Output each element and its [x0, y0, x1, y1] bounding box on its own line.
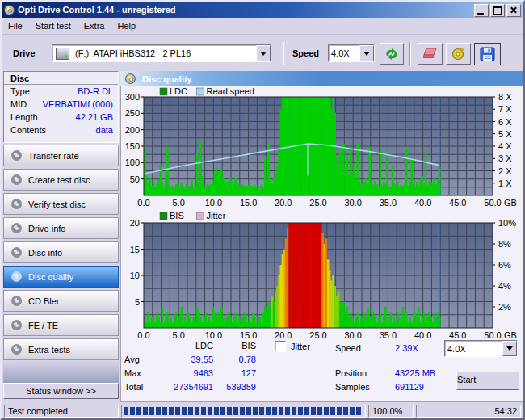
sidebar-item-verify-test-disc[interactable]: Verify test disc [3, 193, 119, 215]
disc-icon [11, 247, 22, 258]
progress-block [124, 407, 128, 415]
disc-icon [11, 150, 22, 161]
svg-text:50.0: 50.0 [484, 330, 501, 339]
progress-block [272, 407, 277, 415]
disc-row-value: VERBATIMf (000) [43, 99, 113, 111]
close-button[interactable] [506, 4, 521, 17]
svg-text:Jitter: Jitter [207, 211, 226, 220]
maximize-button[interactable] [490, 4, 505, 17]
sidebar-item-label: CD Bler [28, 296, 60, 306]
menu-file[interactable]: File [2, 19, 29, 32]
progress-block [182, 407, 187, 415]
eraser-icon [422, 48, 438, 60]
save-floppy-icon [480, 47, 495, 61]
test-speed-dropdown-button[interactable] [502, 341, 517, 356]
progress-block [162, 407, 167, 415]
window-title: Opti Drive Control 1.44 - unregistered [18, 5, 176, 15]
svg-text:6 X: 6 X [498, 117, 512, 127]
progress-block [143, 407, 148, 415]
menu-help[interactable]: Help [111, 19, 142, 32]
write-button[interactable] [446, 43, 471, 65]
title-bar[interactable]: Opti Drive Control 1.44 - unregistered [2, 2, 523, 18]
sidebar-item-disc-info[interactable]: Disc info [3, 242, 119, 263]
sidebar-item-disc-quality[interactable]: Disc quality [3, 266, 119, 288]
drive-label: Drive [13, 48, 36, 58]
svg-text:50.0: 50.0 [484, 198, 501, 208]
svg-text:20: 20 [130, 218, 140, 228]
svg-text:10.0: 10.0 [205, 330, 222, 339]
page-title-bar: Disc quality [120, 71, 523, 86]
disc-row-label: Type [10, 86, 30, 98]
svg-text:6%: 6% [498, 260, 511, 270]
progress-block [266, 407, 271, 415]
refresh-button[interactable] [380, 43, 404, 65]
progress-block [136, 407, 141, 415]
progress-block [227, 407, 232, 415]
sidebar-item-cd-bler[interactable]: CD Bler [3, 290, 119, 312]
minimize-icon [477, 13, 484, 15]
progress-block [208, 407, 212, 415]
svg-text:10%: 10% [498, 218, 516, 228]
sidebar-item-drive-info[interactable]: Drive info [3, 217, 119, 239]
disc-info-panel: Disc Type BD-R DL MID VERBATIMf (000) Le… [3, 71, 119, 143]
samples-value: 691129 [395, 382, 424, 392]
test-speed-select[interactable]: 4.0X [444, 340, 518, 357]
ldc-read-speed-chart: 300250200150100508 X7 X6 X5 X4 X3 X2 X1 … [120, 86, 524, 210]
minimize-button[interactable] [474, 4, 489, 17]
drive-icon [56, 48, 69, 60]
progress-block [279, 407, 284, 415]
elapsed-time: 54:32 [416, 405, 521, 418]
close-icon [510, 6, 517, 14]
disc-row-label: Contents [10, 124, 46, 136]
disc-row-length: Length 42.21 GB [4, 111, 118, 124]
progress-block [253, 407, 258, 415]
svg-text:LDC: LDC [170, 86, 187, 96]
svg-text:2 X: 2 X [498, 166, 512, 176]
progress-block [311, 407, 316, 415]
progress-block [317, 407, 322, 415]
status-window-button[interactable]: Status window >> [3, 383, 119, 399]
svg-text:200: 200 [125, 125, 140, 135]
read-speed-legend-swatch [197, 88, 204, 95]
app-disc-icon [4, 5, 15, 15]
svg-text:40.0: 40.0 [414, 330, 431, 339]
progress-block [240, 407, 245, 415]
progress-block [233, 407, 238, 415]
sidebar-item-extra-tests[interactable]: Extra tests [3, 338, 119, 360]
test-speed-select-value: 4.0X [445, 344, 502, 354]
page-title: Disc quality [142, 74, 192, 84]
progress-block [246, 407, 251, 415]
drive-dropdown-button[interactable] [256, 45, 271, 61]
svg-text:4%: 4% [498, 281, 511, 291]
disc-icon [11, 344, 22, 355]
progress-block [259, 407, 264, 415]
progress-bar [121, 405, 366, 418]
speed-select[interactable]: 4.0X [328, 44, 375, 62]
save-button[interactable] [474, 43, 501, 65]
menu-extra[interactable]: Extra [78, 19, 111, 32]
svg-text:20.0: 20.0 [275, 198, 292, 208]
svg-text:30.0: 30.0 [344, 330, 361, 339]
stats-max-label: Max [124, 368, 141, 378]
jitter-checkbox[interactable] [275, 341, 286, 352]
progress-block [175, 407, 180, 415]
progress-block [337, 407, 342, 415]
sidebar-item-label: Disc info [28, 248, 62, 258]
sidebar-item-fe-te[interactable]: FE / TE [3, 314, 119, 336]
svg-text:40.0: 40.0 [414, 198, 431, 208]
progress-block [356, 407, 361, 415]
start-button[interactable]: Start [456, 372, 519, 390]
speed-select-value: 4.0X [329, 48, 359, 58]
speed-dropdown-button[interactable] [359, 45, 374, 61]
progress-percent: 100.0% [368, 405, 414, 418]
menu-start-test[interactable]: Start test [29, 19, 78, 32]
sidebar-item-create-test-disc[interactable]: Create test disc [3, 169, 119, 191]
erase-button[interactable] [418, 43, 443, 65]
disc-row-label: MID [10, 99, 27, 111]
progress-block [195, 407, 200, 415]
disc-row-mid: MID VERBATIMf (000) [4, 98, 118, 111]
jitter-checkbox-label: Jitter [291, 342, 310, 351]
sidebar-item-transfer-rate[interactable]: Transfer rate [3, 145, 119, 166]
drive-select[interactable]: (F:) ATAPI iHBS312 2 PL16 [52, 44, 271, 62]
chevron-down-icon [363, 52, 370, 56]
